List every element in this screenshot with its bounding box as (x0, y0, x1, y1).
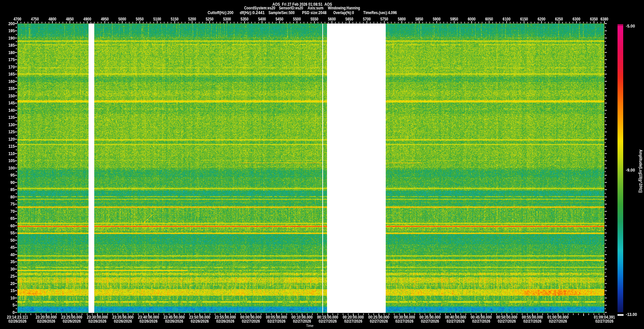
svg-text:180: 180 (8, 50, 15, 55)
svg-text:4900: 4900 (84, 17, 92, 21)
svg-text:5850: 5850 (415, 17, 423, 21)
svg-text:5: 5 (12, 303, 15, 308)
svg-text:105: 105 (8, 158, 15, 163)
svg-text:75: 75 (10, 202, 15, 206)
svg-text:6250: 6250 (555, 17, 563, 21)
svg-text:02/26/2026: 02/26/2026 (165, 319, 183, 324)
svg-text:130: 130 (8, 123, 15, 127)
svg-text:02/27/2026: 02/27/2026 (549, 319, 567, 324)
svg-text:Sample/Sec:500: Sample/Sec:500 (268, 10, 294, 15)
svg-text:SensorID:es20: SensorID:es20 (279, 6, 303, 10)
svg-text:-9.00: -9.00 (626, 168, 635, 173)
svg-text:70: 70 (10, 209, 15, 214)
svg-text:02/27/2026: 02/27/2026 (242, 319, 260, 324)
svg-text:120: 120 (8, 137, 15, 142)
svg-text:02/26/2026: 02/26/2026 (88, 319, 106, 324)
svg-text:65: 65 (10, 216, 15, 221)
svg-text:02/27/2026: 02/27/2026 (344, 319, 362, 324)
svg-text:02/26/2026: 02/26/2026 (114, 319, 132, 324)
svg-text:0: 0 (12, 310, 15, 315)
svg-text:02/27/2026: 02/27/2026 (523, 319, 541, 324)
svg-text:25: 25 (10, 274, 15, 279)
svg-text:30: 30 (10, 267, 15, 272)
svg-text:-13.00: -13.00 (626, 312, 637, 317)
svg-text:02/26/2026: 02/26/2026 (216, 319, 234, 324)
svg-text:5600: 5600 (328, 17, 336, 21)
svg-text:5550: 5550 (311, 17, 319, 21)
svg-text:Amplitude(Log10(g^2/Hz)): Amplitude(Log10(g^2/Hz)) (638, 150, 643, 193)
svg-text:Axis:sum: Axis:sum (308, 6, 323, 10)
svg-text:02/27/2026: 02/27/2026 (472, 319, 490, 324)
svg-text:5500: 5500 (293, 17, 301, 21)
svg-text:95: 95 (10, 173, 15, 178)
svg-text:110: 110 (8, 151, 15, 156)
svg-text:02/27/2026: 02/27/2026 (421, 319, 439, 324)
svg-text:90: 90 (10, 180, 15, 185)
svg-text:125: 125 (8, 130, 15, 134)
svg-text:5000: 5000 (118, 17, 126, 21)
svg-text:40: 40 (10, 252, 15, 257)
svg-text:5900: 5900 (433, 17, 441, 21)
svg-text:135: 135 (8, 115, 15, 120)
svg-text:190: 190 (8, 36, 15, 41)
svg-text:15: 15 (10, 288, 15, 293)
svg-text:165: 165 (8, 72, 15, 77)
svg-text:170: 170 (8, 65, 15, 69)
svg-text:5150: 5150 (171, 17, 179, 21)
svg-text:02/26/2026: 02/26/2026 (63, 319, 81, 324)
svg-text:35: 35 (10, 260, 15, 264)
svg-text:5800: 5800 (398, 17, 406, 21)
svg-text:155: 155 (8, 86, 15, 91)
svg-text:6380: 6380 (600, 17, 608, 21)
svg-text:4850: 4850 (66, 17, 74, 21)
svg-text:5250: 5250 (206, 17, 214, 21)
svg-text:185: 185 (8, 43, 15, 48)
svg-text:Time: Time (306, 324, 314, 328)
svg-text:02/27/2026: 02/27/2026 (370, 319, 388, 324)
svg-text:PSD size:2048: PSD size:2048 (302, 10, 326, 15)
svg-text:5200: 5200 (188, 17, 196, 21)
svg-text:02/27/2026: 02/27/2026 (319, 319, 337, 324)
svg-text:5750: 5750 (380, 17, 388, 21)
svg-text:80: 80 (10, 195, 15, 199)
svg-text:Cuttoff(Hz):200: Cuttoff(Hz):200 (208, 10, 233, 15)
svg-text:60: 60 (10, 224, 15, 228)
svg-text:115: 115 (8, 144, 15, 149)
svg-text:02/27/2026: 02/27/2026 (267, 319, 285, 324)
svg-text:200: 200 (8, 21, 15, 26)
svg-text:6050: 6050 (485, 17, 493, 21)
svg-text:4700: 4700 (13, 17, 21, 21)
svg-text:4950: 4950 (101, 17, 109, 21)
svg-text:02/27/2026: 02/27/2026 (395, 319, 414, 324)
svg-text:6350: 6350 (590, 17, 598, 21)
svg-text:160: 160 (8, 79, 15, 84)
svg-text:CoordSystem:es20: CoordSystem:es20 (244, 6, 275, 10)
svg-text:Windowing:Hanning: Windowing:Hanning (328, 6, 360, 10)
svg-text:5300: 5300 (223, 17, 231, 21)
svg-text:6000: 6000 (468, 17, 476, 21)
svg-text:45: 45 (10, 245, 15, 250)
svg-text:4800: 4800 (48, 17, 56, 21)
svg-text:TimeRes.(sec):4.096: TimeRes.(sec):4.096 (363, 10, 397, 15)
svg-text:02/26/2026: 02/26/2026 (8, 319, 26, 324)
svg-text:02/27/2026: 02/27/2026 (498, 319, 516, 324)
svg-text:175: 175 (8, 57, 15, 62)
svg-text:02/26/2026: 02/26/2026 (37, 319, 55, 324)
svg-text:6200: 6200 (538, 17, 546, 21)
svg-text:df(Hz):0.2441: df(Hz):0.2441 (240, 10, 265, 15)
svg-text:02/27/2026: 02/27/2026 (293, 319, 311, 324)
svg-text:140: 140 (8, 108, 15, 113)
svg-text:02/27/2026: 02/27/2026 (446, 319, 465, 324)
svg-text:195: 195 (8, 29, 15, 33)
svg-text:20: 20 (10, 281, 15, 286)
svg-text:55: 55 (10, 231, 15, 235)
svg-text:5100: 5100 (153, 17, 161, 21)
svg-text:5950: 5950 (450, 17, 458, 21)
svg-text:-5.00: -5.00 (626, 24, 635, 29)
svg-text:5700: 5700 (363, 17, 371, 21)
svg-text:4750: 4750 (31, 17, 39, 21)
svg-text:5650: 5650 (345, 17, 354, 21)
svg-text:6100: 6100 (503, 17, 511, 21)
svg-text:5400: 5400 (258, 17, 266, 21)
svg-text:100: 100 (8, 166, 15, 171)
